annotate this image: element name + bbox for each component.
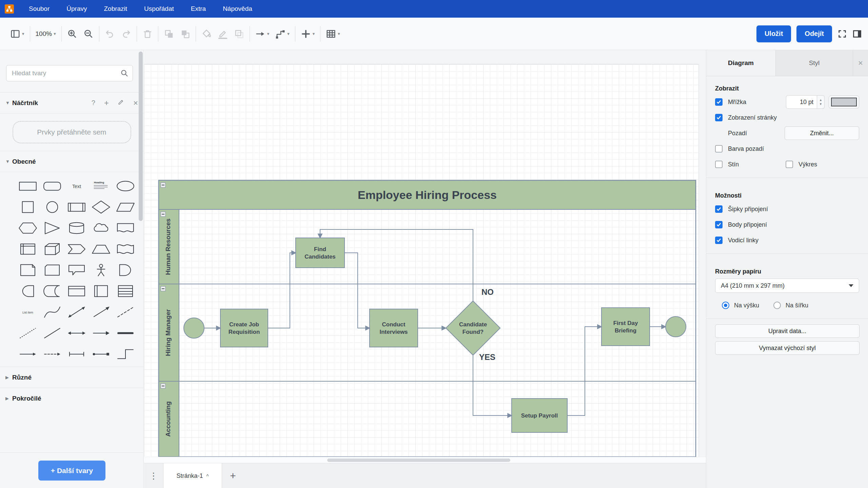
format-panel-toggle-icon[interactable] (852, 29, 862, 39)
shape-directional-arrow[interactable] (89, 323, 113, 344)
shape-connector-endpoints[interactable] (89, 344, 113, 365)
canvas[interactable]: Employee Hiring ProcessHuman ResourcesHi… (144, 50, 706, 463)
menu-napoveda[interactable]: Nápověda (223, 5, 252, 13)
landscape-radio[interactable] (773, 302, 781, 309)
zoom-in-button[interactable] (65, 27, 79, 41)
sketch-checkbox[interactable] (786, 161, 793, 168)
shape-vertical-container[interactable] (89, 281, 113, 302)
shape-dotted-line[interactable] (16, 323, 40, 344)
tab-diagram[interactable]: Diagram (706, 50, 775, 76)
paper-size-select[interactable]: A4 (210 mm x 297 mm) (715, 279, 859, 293)
connection-points-checkbox[interactable] (715, 221, 723, 228)
node-conduct-interviews[interactable] (370, 309, 418, 347)
scratchpad-help-icon[interactable]: ? (92, 99, 95, 107)
shape-container[interactable] (64, 281, 89, 302)
shape-list-item[interactable]: List item (16, 302, 40, 323)
menu-zobrazit[interactable]: Zobrazit (104, 5, 127, 13)
misc-section-header[interactable]: ▶ Různé (0, 367, 143, 388)
shape-and[interactable] (16, 281, 40, 302)
shape-ellipse[interactable] (113, 176, 138, 197)
scratchpad-section-header[interactable]: ▼ Náčrtník ? + × (0, 92, 143, 113)
shape-or[interactable] (113, 260, 138, 281)
shape-process[interactable] (64, 197, 89, 218)
shape-arrow[interactable] (89, 302, 113, 323)
menu-soubor[interactable]: Soubor (29, 5, 50, 13)
shape-bold-line[interactable] (113, 323, 138, 344)
shape-card[interactable] (40, 260, 64, 281)
guides-checkbox[interactable] (715, 237, 723, 244)
grid-size-input[interactable]: 10 pt (786, 95, 817, 109)
table-button[interactable]: ▾ (324, 27, 342, 41)
view-button[interactable]: ▾ (8, 27, 26, 41)
shape-rectangle[interactable] (16, 176, 40, 197)
scratchpad-close-icon[interactable]: × (133, 98, 138, 108)
shape-note[interactable] (16, 260, 40, 281)
node-first-day-briefing[interactable] (601, 308, 650, 346)
menu-upravy[interactable]: Úpravy (66, 5, 87, 13)
shape-cloud[interactable] (89, 218, 113, 239)
node-find-candidates[interactable] (296, 238, 344, 268)
change-background-button[interactable]: Změnit... (785, 126, 859, 140)
node-create-job-requisition[interactable] (220, 309, 268, 347)
menu-usporadat[interactable]: Uspořádat (144, 5, 174, 13)
shape-textbox[interactable]: Heading (89, 176, 113, 197)
edit-data-button[interactable]: Upravit data... (715, 324, 860, 338)
node-start[interactable] (184, 318, 204, 338)
connection-arrows-checkbox[interactable] (715, 205, 723, 213)
exit-button[interactable]: Odejít (796, 25, 832, 42)
shape-trapezoid[interactable] (89, 239, 113, 260)
shape-text[interactable]: Text (64, 176, 89, 197)
shape-horizontal-arrow[interactable] (16, 344, 40, 365)
shape-data-storage[interactable] (40, 281, 64, 302)
shape-rounded-rectangle[interactable] (40, 176, 64, 197)
more-shapes-button[interactable]: + Další tvary (38, 461, 105, 481)
shape-curve[interactable] (40, 302, 64, 323)
diagram[interactable]: Employee Hiring ProcessHuman ResourcesHi… (144, 50, 706, 463)
shape-tape[interactable] (113, 239, 138, 260)
shape-bidirectional-arrow[interactable] (64, 302, 89, 323)
general-section-header[interactable]: ▼ Obecné (0, 151, 143, 172)
shape-cube[interactable] (40, 239, 64, 260)
menu-extra[interactable]: Extra (191, 5, 206, 13)
shape-line[interactable] (40, 323, 64, 344)
add-page-button[interactable]: + (222, 463, 244, 488)
shape-hexagon[interactable] (16, 218, 40, 239)
shape-list[interactable] (113, 281, 138, 302)
sidebar-scrollbar[interactable] (139, 52, 143, 221)
clear-default-style-button[interactable]: Vymazat výchozí styl (715, 341, 860, 355)
close-icon[interactable]: × (853, 50, 868, 76)
scratchpad-add-icon[interactable]: + (104, 98, 109, 108)
zoom-select[interactable]: 100%▾ (34, 28, 58, 40)
grid-color-button[interactable] (829, 96, 859, 108)
shape-search[interactable] (6, 65, 133, 81)
portrait-radio[interactable] (722, 302, 729, 309)
scratchpad-dropzone[interactable]: Prvky přetáhněte sem (13, 121, 131, 143)
shape-diamond[interactable] (89, 197, 113, 218)
zoom-out-button[interactable] (81, 27, 96, 41)
node-candidate-found[interactable] (446, 301, 500, 355)
advanced-section-header[interactable]: ▶ Pokročilé (0, 388, 143, 409)
node-end[interactable] (666, 317, 686, 337)
insert-button[interactable]: ▾ (299, 27, 317, 41)
search-input[interactable] (6, 69, 120, 77)
grid-checkbox[interactable] (715, 98, 723, 106)
grid-size-stepper[interactable]: ▲▼ (817, 95, 825, 109)
waypoints-button[interactable]: ▾ (273, 27, 292, 41)
shape-double-arrow[interactable] (64, 323, 89, 344)
fullscreen-icon[interactable] (837, 29, 847, 39)
shape-circle[interactable] (40, 197, 64, 218)
shape-link-edge[interactable] (64, 344, 89, 365)
shape-callout[interactable] (64, 260, 89, 281)
shape-parallelogram[interactable] (113, 197, 138, 218)
shape-triangle[interactable] (40, 218, 64, 239)
save-button[interactable]: Uložit (756, 25, 791, 42)
tab-styl[interactable]: Styl (775, 50, 853, 76)
shape-step[interactable] (64, 239, 89, 260)
horizontal-scrollbar[interactable] (327, 459, 510, 462)
shape-document[interactable] (113, 218, 138, 239)
shadow-checkbox[interactable] (715, 161, 723, 168)
shape-dashed-line[interactable] (113, 302, 138, 323)
page-view-checkbox[interactable] (715, 114, 723, 121)
bg-color-checkbox[interactable] (715, 145, 723, 152)
page-tab[interactable]: Stránka-1 ^ (163, 463, 222, 488)
